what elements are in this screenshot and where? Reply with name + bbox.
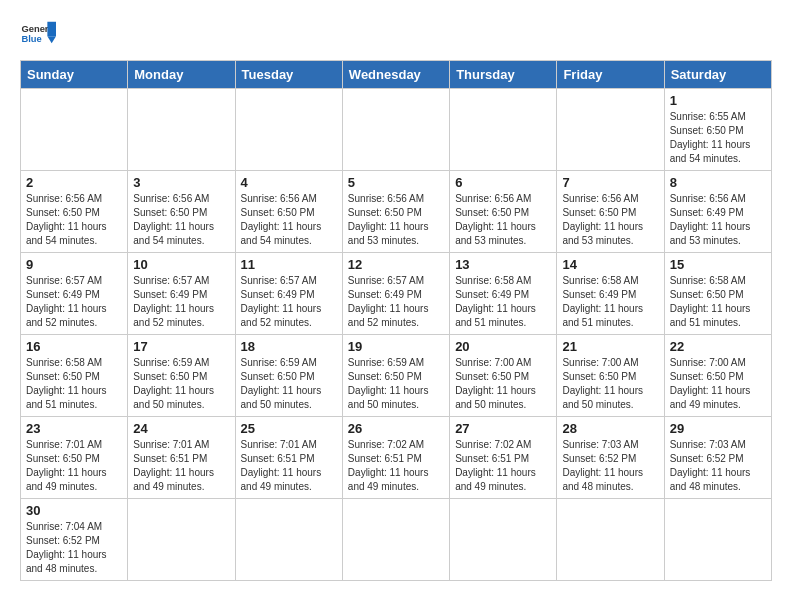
day-info: Sunrise: 7:02 AM Sunset: 6:51 PM Dayligh… xyxy=(348,438,444,494)
day-number: 19 xyxy=(348,339,444,354)
day-info: Sunrise: 6:55 AM Sunset: 6:50 PM Dayligh… xyxy=(670,110,766,166)
calendar-day-cell: 1Sunrise: 6:55 AM Sunset: 6:50 PM Daylig… xyxy=(664,89,771,171)
day-number: 25 xyxy=(241,421,337,436)
day-info: Sunrise: 6:56 AM Sunset: 6:50 PM Dayligh… xyxy=(26,192,122,248)
day-number: 18 xyxy=(241,339,337,354)
calendar-week-row: 16Sunrise: 6:58 AM Sunset: 6:50 PM Dayli… xyxy=(21,335,772,417)
day-info: Sunrise: 7:01 AM Sunset: 6:51 PM Dayligh… xyxy=(241,438,337,494)
day-info: Sunrise: 6:58 AM Sunset: 6:50 PM Dayligh… xyxy=(670,274,766,330)
day-info: Sunrise: 7:04 AM Sunset: 6:52 PM Dayligh… xyxy=(26,520,122,576)
calendar-day-cell: 6Sunrise: 6:56 AM Sunset: 6:50 PM Daylig… xyxy=(450,171,557,253)
calendar-day-cell xyxy=(664,499,771,581)
day-number: 21 xyxy=(562,339,658,354)
calendar-day-header: Friday xyxy=(557,61,664,89)
day-number: 16 xyxy=(26,339,122,354)
day-info: Sunrise: 6:56 AM Sunset: 6:50 PM Dayligh… xyxy=(562,192,658,248)
day-number: 11 xyxy=(241,257,337,272)
calendar-week-row: 9Sunrise: 6:57 AM Sunset: 6:49 PM Daylig… xyxy=(21,253,772,335)
day-number: 8 xyxy=(670,175,766,190)
calendar-header-row: SundayMondayTuesdayWednesdayThursdayFrid… xyxy=(21,61,772,89)
day-info: Sunrise: 6:56 AM Sunset: 6:49 PM Dayligh… xyxy=(670,192,766,248)
day-info: Sunrise: 6:56 AM Sunset: 6:50 PM Dayligh… xyxy=(348,192,444,248)
calendar-day-cell: 5Sunrise: 6:56 AM Sunset: 6:50 PM Daylig… xyxy=(342,171,449,253)
day-number: 12 xyxy=(348,257,444,272)
calendar-day-cell: 18Sunrise: 6:59 AM Sunset: 6:50 PM Dayli… xyxy=(235,335,342,417)
calendar-day-cell: 14Sunrise: 6:58 AM Sunset: 6:49 PM Dayli… xyxy=(557,253,664,335)
day-info: Sunrise: 7:00 AM Sunset: 6:50 PM Dayligh… xyxy=(670,356,766,412)
calendar-day-cell: 24Sunrise: 7:01 AM Sunset: 6:51 PM Dayli… xyxy=(128,417,235,499)
day-info: Sunrise: 7:03 AM Sunset: 6:52 PM Dayligh… xyxy=(670,438,766,494)
calendar-day-cell: 26Sunrise: 7:02 AM Sunset: 6:51 PM Dayli… xyxy=(342,417,449,499)
calendar-week-row: 23Sunrise: 7:01 AM Sunset: 6:50 PM Dayli… xyxy=(21,417,772,499)
calendar-day-cell: 10Sunrise: 6:57 AM Sunset: 6:49 PM Dayli… xyxy=(128,253,235,335)
calendar-day-cell xyxy=(342,89,449,171)
calendar-day-header: Tuesday xyxy=(235,61,342,89)
day-number: 29 xyxy=(670,421,766,436)
calendar-day-cell: 27Sunrise: 7:02 AM Sunset: 6:51 PM Dayli… xyxy=(450,417,557,499)
svg-text:Blue: Blue xyxy=(21,34,41,44)
day-number: 4 xyxy=(241,175,337,190)
day-number: 24 xyxy=(133,421,229,436)
day-info: Sunrise: 6:59 AM Sunset: 6:50 PM Dayligh… xyxy=(133,356,229,412)
day-number: 22 xyxy=(670,339,766,354)
calendar-day-cell xyxy=(235,499,342,581)
day-info: Sunrise: 7:00 AM Sunset: 6:50 PM Dayligh… xyxy=(562,356,658,412)
calendar-day-cell: 2Sunrise: 6:56 AM Sunset: 6:50 PM Daylig… xyxy=(21,171,128,253)
logo: General Blue xyxy=(20,16,56,52)
calendar-day-header: Sunday xyxy=(21,61,128,89)
day-number: 20 xyxy=(455,339,551,354)
day-number: 1 xyxy=(670,93,766,108)
calendar-day-cell: 30Sunrise: 7:04 AM Sunset: 6:52 PM Dayli… xyxy=(21,499,128,581)
calendar-day-cell: 16Sunrise: 6:58 AM Sunset: 6:50 PM Dayli… xyxy=(21,335,128,417)
day-info: Sunrise: 6:57 AM Sunset: 6:49 PM Dayligh… xyxy=(241,274,337,330)
page-header: General Blue xyxy=(20,16,772,52)
calendar-day-cell xyxy=(450,499,557,581)
calendar-day-cell: 28Sunrise: 7:03 AM Sunset: 6:52 PM Dayli… xyxy=(557,417,664,499)
day-info: Sunrise: 6:59 AM Sunset: 6:50 PM Dayligh… xyxy=(348,356,444,412)
calendar-day-cell: 17Sunrise: 6:59 AM Sunset: 6:50 PM Dayli… xyxy=(128,335,235,417)
calendar-day-cell: 13Sunrise: 6:58 AM Sunset: 6:49 PM Dayli… xyxy=(450,253,557,335)
calendar-day-cell xyxy=(557,499,664,581)
calendar-week-row: 2Sunrise: 6:56 AM Sunset: 6:50 PM Daylig… xyxy=(21,171,772,253)
day-number: 6 xyxy=(455,175,551,190)
calendar-day-cell xyxy=(128,89,235,171)
calendar-day-cell: 15Sunrise: 6:58 AM Sunset: 6:50 PM Dayli… xyxy=(664,253,771,335)
logo-icon: General Blue xyxy=(20,16,56,52)
day-info: Sunrise: 6:58 AM Sunset: 6:50 PM Dayligh… xyxy=(26,356,122,412)
day-info: Sunrise: 6:57 AM Sunset: 6:49 PM Dayligh… xyxy=(133,274,229,330)
day-number: 30 xyxy=(26,503,122,518)
day-number: 13 xyxy=(455,257,551,272)
day-info: Sunrise: 7:01 AM Sunset: 6:50 PM Dayligh… xyxy=(26,438,122,494)
day-info: Sunrise: 6:56 AM Sunset: 6:50 PM Dayligh… xyxy=(241,192,337,248)
day-info: Sunrise: 6:58 AM Sunset: 6:49 PM Dayligh… xyxy=(455,274,551,330)
calendar-day-cell xyxy=(342,499,449,581)
calendar-day-header: Monday xyxy=(128,61,235,89)
day-info: Sunrise: 6:58 AM Sunset: 6:49 PM Dayligh… xyxy=(562,274,658,330)
calendar-week-row: 30Sunrise: 7:04 AM Sunset: 6:52 PM Dayli… xyxy=(21,499,772,581)
calendar-day-cell: 4Sunrise: 6:56 AM Sunset: 6:50 PM Daylig… xyxy=(235,171,342,253)
calendar-week-row: 1Sunrise: 6:55 AM Sunset: 6:50 PM Daylig… xyxy=(21,89,772,171)
calendar-day-cell: 9Sunrise: 6:57 AM Sunset: 6:49 PM Daylig… xyxy=(21,253,128,335)
calendar-table: SundayMondayTuesdayWednesdayThursdayFrid… xyxy=(20,60,772,581)
day-info: Sunrise: 7:01 AM Sunset: 6:51 PM Dayligh… xyxy=(133,438,229,494)
day-number: 5 xyxy=(348,175,444,190)
svg-marker-3 xyxy=(47,36,56,43)
calendar-day-cell: 8Sunrise: 6:56 AM Sunset: 6:49 PM Daylig… xyxy=(664,171,771,253)
calendar-day-cell xyxy=(128,499,235,581)
calendar-day-cell: 19Sunrise: 6:59 AM Sunset: 6:50 PM Dayli… xyxy=(342,335,449,417)
day-info: Sunrise: 6:56 AM Sunset: 6:50 PM Dayligh… xyxy=(133,192,229,248)
calendar-day-cell xyxy=(450,89,557,171)
calendar-day-cell: 20Sunrise: 7:00 AM Sunset: 6:50 PM Dayli… xyxy=(450,335,557,417)
day-number: 23 xyxy=(26,421,122,436)
day-number: 9 xyxy=(26,257,122,272)
day-number: 2 xyxy=(26,175,122,190)
calendar-day-header: Saturday xyxy=(664,61,771,89)
day-info: Sunrise: 6:57 AM Sunset: 6:49 PM Dayligh… xyxy=(348,274,444,330)
day-info: Sunrise: 6:56 AM Sunset: 6:50 PM Dayligh… xyxy=(455,192,551,248)
day-info: Sunrise: 7:03 AM Sunset: 6:52 PM Dayligh… xyxy=(562,438,658,494)
calendar-day-header: Thursday xyxy=(450,61,557,89)
calendar-day-cell xyxy=(235,89,342,171)
day-number: 28 xyxy=(562,421,658,436)
day-number: 14 xyxy=(562,257,658,272)
calendar-day-cell: 23Sunrise: 7:01 AM Sunset: 6:50 PM Dayli… xyxy=(21,417,128,499)
